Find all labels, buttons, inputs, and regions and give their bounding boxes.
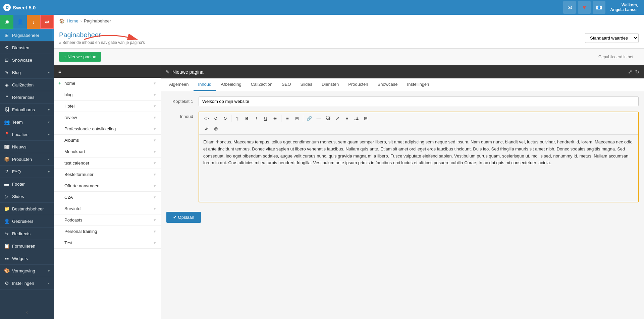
tree-item-personal-training[interactable]: Personal training ▾: [54, 226, 161, 237]
sidebar-item-referenties[interactable]: ❝ Referenties: [0, 91, 54, 104]
image-btn[interactable]: 🖼: [324, 114, 332, 123]
underline-btn[interactable]: U: [261, 114, 270, 123]
tab-showcase[interactable]: Showcase: [373, 78, 402, 91]
tree-item-menukaart[interactable]: Menukaart ▾: [54, 146, 161, 157]
tree-arrow-icon: ▾: [154, 126, 156, 131]
inhoud-field-group: Inhoud <> ↺ ↻ ¶ B I U S: [166, 112, 639, 202]
sidebar-icon-location[interactable]: ◉: [0, 15, 13, 29]
tab-producten[interactable]: Producten: [343, 78, 373, 91]
sidebar-item-redirects[interactable]: ↪ Redirects: [0, 228, 54, 240]
brush-btn[interactable]: 🖌: [202, 124, 211, 133]
sidebar-icon-user[interactable]: 👤: [13, 15, 27, 29]
sidebar-item-formulieren[interactable]: 📋 Formulieren: [0, 240, 54, 252]
sidebar-item-gebruikers[interactable]: 👤 Gebruikers: [0, 215, 54, 228]
editor-panel: ✎ Nieuwe pagina ⤢ ↻ Algemeen Inhoud Afbe…: [161, 65, 644, 319]
tree-arrow-icon: ▾: [154, 183, 156, 188]
tree-item-survintel[interactable]: Survintel ▾: [54, 203, 161, 214]
circle-btn[interactable]: ◎: [211, 124, 220, 133]
sidebar-item-vormgeving[interactable]: 🎨 Vormgeving ▾: [0, 265, 54, 277]
tree-arrow-icon: ▾: [154, 195, 156, 200]
topbar: ✿ Sweet 5.0 ✉ ♥ 📧 Welkom, Angela Lanser: [0, 0, 644, 15]
sidebar-item-instellingen[interactable]: ⚙ Instellingen ▾: [0, 277, 54, 290]
sidebar-item-widgets[interactable]: ⚏ Widgets: [0, 252, 54, 265]
align-btn[interactable]: ≡: [342, 114, 351, 123]
tab-seo[interactable]: SEO: [277, 78, 296, 91]
sidebar-item-fotoalbums[interactable]: 🖼 Fotoalbums ▾: [0, 104, 54, 116]
list-ordered-btn[interactable]: ⊞: [292, 114, 301, 123]
sidebar-item-paginabeheer[interactable]: ⊞ Paginabeheer: [0, 29, 54, 42]
messages-btn[interactable]: ✉: [563, 1, 576, 14]
new-page-button[interactable]: + Nieuwe pagina: [59, 52, 101, 62]
tab-instellingen[interactable]: Instellingen: [402, 78, 434, 91]
save-button[interactable]: ✔ Opslaan: [166, 212, 201, 223]
favorites-btn[interactable]: ♥: [578, 1, 591, 14]
koptekst-input[interactable]: [199, 97, 639, 106]
link-btn[interactable]: 🔗: [305, 114, 314, 123]
photo-btn[interactable]: 🏞: [352, 114, 361, 123]
chevron-icon: ▾: [48, 71, 50, 74]
email-btn[interactable]: 📧: [593, 1, 605, 14]
instellingen-icon: ⚙: [4, 280, 9, 286]
undo-btn[interactable]: ↺: [211, 114, 220, 123]
tree-arrow-icon: ▾: [154, 172, 156, 177]
tab-afbeelding[interactable]: Afbeelding: [216, 78, 246, 91]
sidebar-item-label: Instellingen: [12, 281, 45, 286]
tree-item-offerte[interactable]: Offerte aanvragen ▾: [54, 180, 161, 192]
tree-item-testcalender[interactable]: test calender ▾: [54, 157, 161, 169]
tree-item-label: Bestelformulier: [64, 172, 154, 177]
tree-item-test[interactable]: Test ▾: [54, 237, 161, 249]
italic-btn[interactable]: I: [252, 114, 261, 123]
strike-btn[interactable]: S: [271, 114, 279, 123]
tree-item-blog[interactable]: blog ▾: [54, 89, 161, 101]
sidebar-item-call2action[interactable]: ◈ Call2action: [0, 79, 54, 91]
paragraph-btn[interactable]: ¶: [233, 114, 242, 123]
tab-inhoud[interactable]: Inhoud: [194, 78, 216, 91]
tree-item-review[interactable]: review ▾: [54, 112, 161, 123]
sidebar-item-producten[interactable]: 📦 Producten ▾: [0, 153, 54, 166]
sidebar-item-faq[interactable]: ? FAQ ▾: [0, 166, 54, 178]
sidebar-item-slides[interactable]: ▷ Slides: [0, 190, 54, 203]
sidebar-item-diensten[interactable]: ⚙ Diensten: [0, 42, 54, 54]
tree-item-hotel[interactable]: Hotel ▾: [54, 101, 161, 112]
tree-item-c2a[interactable]: C2A ▾: [54, 192, 161, 203]
hr-btn[interactable]: —: [314, 114, 323, 123]
sidebar-item-bestandsbeheer[interactable]: 📁 Bestandsbeheer: [0, 203, 54, 215]
sidebar-item-locaties[interactable]: 📍 Locaties ▾: [0, 128, 54, 141]
standaard-dropdown[interactable]: Standaard waardes Custom: [585, 33, 639, 43]
tab-algemeen[interactable]: Algemeen: [164, 78, 194, 91]
table-btn[interactable]: ⊞: [361, 114, 370, 123]
refresh-icon[interactable]: ↻: [635, 69, 639, 75]
tab-call2action[interactable]: Call2action: [246, 78, 277, 91]
expand-icon[interactable]: ⤢: [628, 69, 632, 75]
sidebar-collapse-btn[interactable]: ‹: [0, 305, 54, 319]
breadcrumb-separator: ›: [80, 18, 82, 23]
rich-editor: <> ↺ ↻ ¶ B I U S ≡ ⊞: [199, 112, 639, 202]
tree-item-albums[interactable]: Albums ▾: [54, 135, 161, 146]
tab-slides[interactable]: Slides: [296, 78, 317, 91]
expand-editor-btn[interactable]: ⤢: [333, 114, 342, 123]
list-unordered-btn[interactable]: ≡: [283, 114, 292, 123]
sidebar-item-showcase[interactable]: ⊟ Showcase: [0, 54, 54, 66]
breadcrumb-home[interactable]: Home: [67, 18, 78, 23]
sidebar-item-footer[interactable]: ▬ Footer: [0, 178, 54, 190]
sidebar-icon-download[interactable]: ↓: [27, 15, 40, 29]
tree-item-podcasts[interactable]: Podcasts ▾: [54, 214, 161, 226]
user-menu[interactable]: Welkom, Angela Lanser: [607, 1, 641, 13]
logo-icon: ✿: [3, 4, 11, 11]
widgets-icon: ⚏: [4, 256, 9, 261]
editor-content[interactable]: Etiam rhoncus. Maecenas tempus, tellus e…: [199, 135, 638, 202]
sidebar-item-blog[interactable]: ✎ Blog ▾: [0, 66, 54, 79]
chevron-icon: ▾: [48, 269, 50, 273]
left-panel: ≡ + home ▾ blog ▾ Hotel: [54, 65, 161, 319]
tree-item-bestelformulier[interactable]: Bestelformulier ▾: [54, 169, 161, 180]
sidebar-item-nieuws[interactable]: 📰 Nieuws: [0, 141, 54, 153]
sidebar-item-team[interactable]: 👥 Team ▾: [0, 116, 54, 128]
sidebar-icon-share[interactable]: ⇄: [40, 15, 54, 29]
tree-item-label: Personal training: [64, 229, 154, 234]
tree-item-professionele[interactable]: Professionele ontwikkeling ▾: [54, 123, 161, 135]
source-btn[interactable]: <>: [202, 114, 211, 123]
bold-btn[interactable]: B: [243, 114, 251, 123]
tree-item-home[interactable]: + home ▾: [54, 78, 161, 89]
redo-btn[interactable]: ↻: [221, 114, 229, 123]
tab-diensten[interactable]: Diensten: [317, 78, 343, 91]
